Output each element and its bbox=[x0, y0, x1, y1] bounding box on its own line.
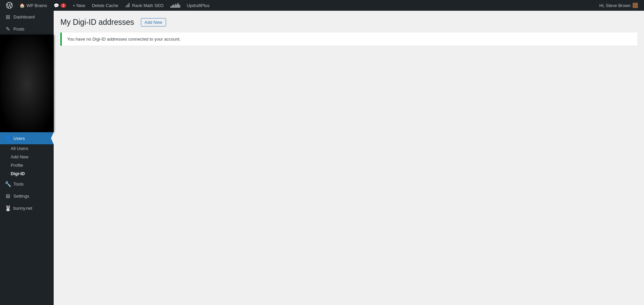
user-avatar bbox=[633, 3, 638, 8]
site-name-button[interactable]: 🏠 WP Brains bbox=[16, 0, 50, 11]
bunny-label: bunny.net bbox=[13, 206, 32, 211]
submenu-all-users[interactable]: All Users bbox=[0, 144, 54, 153]
rank-math-button[interactable]: Rank Math SEO bbox=[122, 0, 167, 11]
bunny-icon: 🐰 bbox=[5, 205, 11, 211]
blurred-menu-area bbox=[0, 35, 54, 132]
updraftplus-label: UpdraftPlus bbox=[187, 3, 210, 8]
admin-bar: 🏠 WP Brains 💬 1 + New Delete Cache Rank … bbox=[0, 0, 644, 11]
comments-count-badge: 1 bbox=[61, 3, 66, 8]
settings-label: Settings bbox=[13, 194, 29, 199]
posts-label: Posts bbox=[13, 27, 24, 32]
page-title: My Digi-ID addresses bbox=[60, 17, 134, 28]
greeting-text: Hi, Steve Brown bbox=[599, 3, 631, 8]
submenu-add-new[interactable]: Add New bbox=[0, 153, 54, 161]
wp-wrapper: ⊞ Dashboard ✎ Posts 👤 Users All Users Ad… bbox=[0, 11, 644, 305]
wp-logo-button[interactable] bbox=[3, 0, 16, 11]
sidebar-item-posts[interactable]: ✎ Posts bbox=[0, 23, 54, 35]
users-icon: 👤 bbox=[5, 135, 11, 142]
updraftplus-button[interactable]: UpdraftPlus bbox=[183, 0, 213, 11]
sidebar-item-settings[interactable]: ⊞ Settings bbox=[0, 190, 54, 202]
settings-icon: ⊞ bbox=[5, 193, 11, 199]
users-submenu: All Users Add New Profile Digi-ID bbox=[0, 144, 54, 178]
submenu-digi-id[interactable]: Digi-ID bbox=[0, 169, 54, 178]
new-content-button[interactable]: + New bbox=[69, 0, 89, 11]
sidebar-item-dashboard[interactable]: ⊞ Dashboard bbox=[0, 11, 54, 23]
rank-math-label: Rank Math SEO bbox=[132, 3, 164, 8]
new-label: + New bbox=[73, 3, 85, 8]
submenu-profile[interactable]: Profile bbox=[0, 161, 54, 169]
stats-button[interactable] bbox=[167, 0, 183, 11]
admin-bar-right: Hi, Steve Brown bbox=[596, 3, 641, 8]
user-greeting[interactable]: Hi, Steve Brown bbox=[596, 3, 641, 8]
home-icon: 🏠 bbox=[19, 3, 25, 8]
notice-box: You have no Digi-ID addresses connected … bbox=[60, 33, 637, 46]
delete-cache-label: Delete Cache bbox=[92, 3, 118, 8]
page-header: My Digi-ID addresses Add New bbox=[60, 17, 637, 28]
admin-sidebar: ⊞ Dashboard ✎ Posts 👤 Users All Users Ad… bbox=[0, 11, 54, 305]
site-name-label: WP Brains bbox=[26, 3, 47, 8]
dashboard-label: Dashboard bbox=[13, 14, 35, 19]
sidebar-item-bunny[interactable]: 🐰 bunny.net bbox=[0, 202, 54, 214]
stats-icon bbox=[170, 3, 180, 8]
sidebar-item-users[interactable]: 👤 Users bbox=[0, 132, 54, 144]
notice-text: You have no Digi-ID addresses connected … bbox=[67, 37, 632, 42]
tools-icon: 🔧 bbox=[5, 181, 11, 187]
rank-math-icon bbox=[125, 2, 130, 9]
tools-label: Tools bbox=[13, 182, 23, 187]
content-wrap: My Digi-ID addresses Add New You have no… bbox=[60, 17, 637, 46]
posts-icon: ✎ bbox=[5, 26, 11, 32]
comments-button[interactable]: 💬 1 bbox=[50, 0, 69, 11]
sidebar-item-tools[interactable]: 🔧 Tools bbox=[0, 178, 54, 190]
comments-icon: 💬 bbox=[54, 3, 59, 8]
active-arrow bbox=[51, 132, 54, 144]
dashboard-icon: ⊞ bbox=[5, 14, 11, 20]
main-content: My Digi-ID addresses Add New You have no… bbox=[54, 11, 644, 305]
delete-cache-button[interactable]: Delete Cache bbox=[89, 0, 122, 11]
users-label: Users bbox=[13, 136, 25, 141]
add-new-button[interactable]: Add New bbox=[141, 18, 166, 27]
